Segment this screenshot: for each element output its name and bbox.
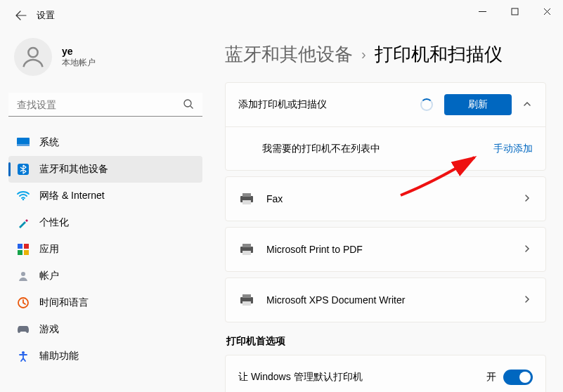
default-printer-card: 让 Windows 管理默认打印机 开 [225, 355, 546, 392]
chevron-right-icon: › [361, 46, 366, 63]
nav-label: 系统 [39, 136, 59, 149]
nav-time[interactable]: 时间和语言 [8, 289, 202, 316]
window-title: 设置 [37, 9, 55, 22]
wifi-icon [17, 190, 30, 202]
close-button[interactable] [531, 0, 563, 22]
printer-xps[interactable]: Microsoft XPS Document Writer [225, 277, 546, 322]
profile-text: ye 本地帐户 [62, 46, 96, 69]
nav-label: 辅助功能 [39, 350, 79, 362]
minimize-icon [479, 8, 486, 15]
svg-rect-16 [242, 200, 251, 204]
default-printer-toggle[interactable] [503, 370, 533, 385]
printer-icon [238, 243, 255, 256]
nav-gaming[interactable]: 游戏 [8, 316, 202, 343]
nav-personalization[interactable]: 个性化 [8, 209, 202, 236]
nav-accounts[interactable]: 帐户 [8, 263, 202, 289]
chevron-right-icon [523, 243, 533, 256]
svg-rect-18 [242, 244, 251, 247]
prefs-heading: 打印机首选项 [226, 335, 546, 348]
chevron-up-icon[interactable] [523, 98, 533, 111]
nav-system[interactable]: 系统 [8, 129, 202, 156]
svg-rect-7 [18, 244, 22, 249]
bluetooth-icon [17, 163, 30, 176]
svg-rect-15 [242, 193, 251, 197]
chevron-right-icon [523, 192, 533, 205]
printer-name: Microsoft XPS Document Writer [266, 294, 512, 306]
gaming-icon [17, 323, 30, 336]
breadcrumb: 蓝牙和其他设备 › 打印机和扫描仪 [225, 42, 546, 67]
nav-accessibility[interactable]: 辅助功能 [8, 343, 202, 370]
svg-rect-9 [18, 250, 22, 255]
search-input[interactable] [8, 93, 202, 117]
printer-icon [238, 294, 255, 306]
window-controls [466, 0, 563, 22]
back-button[interactable] [10, 4, 32, 27]
not-listed-row: 我需要的打印机不在列表中 手动添加 [226, 126, 545, 170]
svg-rect-21 [242, 294, 251, 298]
sidebar: ye 本地帐户 系统 蓝牙和其他设备 网络 & Internet 个性化 应用 … [0, 31, 211, 392]
spinner-icon [420, 98, 433, 111]
nav-label: 网络 & Internet [39, 190, 105, 202]
printer-name: Microsoft Print to PDF [266, 244, 512, 255]
refresh-button[interactable]: 刷新 [444, 94, 512, 115]
clock-icon [17, 296, 30, 309]
maximize-icon [511, 8, 519, 15]
arrow-left-icon [15, 10, 27, 21]
chevron-right-icon [523, 294, 533, 306]
not-listed-label: 我需要的打印机不在列表中 [262, 143, 482, 155]
printer-name: Fax [266, 193, 512, 204]
svg-rect-0 [512, 8, 518, 15]
printer-pdf[interactable]: Microsoft Print to PDF [225, 227, 546, 272]
default-printer-label: 让 Windows 管理默认打印机 [238, 371, 475, 384]
nav-label: 应用 [39, 243, 59, 256]
svg-rect-8 [24, 244, 29, 249]
person-icon [20, 44, 46, 70]
nav: 系统 蓝牙和其他设备 网络 & Internet 个性化 应用 帐户 时间和语言… [8, 129, 202, 370]
avatar [14, 38, 52, 76]
main: 蓝牙和其他设备 › 打印机和扫描仪 添加打印机或扫描仪 刷新 我需要的打印机不在… [211, 31, 563, 392]
add-printer-label: 添加打印机或扫描仪 [238, 98, 409, 111]
breadcrumb-current: 打印机和扫描仪 [375, 42, 503, 67]
printer-fax[interactable]: Fax [225, 176, 546, 221]
nav-label: 游戏 [39, 323, 59, 336]
svg-point-6 [22, 199, 25, 201]
svg-rect-4 [17, 144, 30, 146]
accessibility-icon [17, 350, 30, 362]
minimize-button[interactable] [466, 0, 498, 22]
brush-icon [17, 216, 30, 229]
nav-label: 时间和语言 [39, 296, 89, 309]
svg-rect-10 [24, 250, 29, 255]
system-icon [17, 136, 30, 149]
nav-apps[interactable]: 应用 [8, 236, 202, 263]
printer-icon [238, 192, 255, 205]
manual-add-link[interactable]: 手动添加 [493, 143, 533, 155]
profile-account: 本地帐户 [62, 57, 96, 69]
svg-point-11 [21, 272, 25, 276]
svg-rect-19 [242, 251, 251, 255]
profile[interactable]: ye 本地帐户 [8, 31, 202, 89]
breadcrumb-parent[interactable]: 蓝牙和其他设备 [225, 42, 353, 67]
search-icon[interactable] [183, 98, 194, 112]
maximize-button[interactable] [498, 0, 531, 22]
nav-network[interactable]: 网络 & Internet [8, 183, 202, 209]
apps-icon [17, 243, 30, 256]
profile-name: ye [62, 46, 96, 57]
nav-bluetooth[interactable]: 蓝牙和其他设备 [8, 156, 202, 183]
nav-label: 帐户 [39, 270, 59, 282]
svg-point-1 [28, 48, 37, 57]
add-printer-row: 添加打印机或扫描仪 刷新 [226, 83, 545, 126]
titlebar: 设置 [0, 0, 563, 31]
search [8, 93, 202, 117]
svg-point-2 [184, 100, 191, 107]
svg-point-13 [22, 351, 25, 354]
toggle-wrap: 开 [486, 370, 533, 385]
svg-rect-22 [242, 301, 251, 306]
account-icon [17, 270, 30, 282]
add-printer-card: 添加打印机或扫描仪 刷新 我需要的打印机不在列表中 手动添加 [225, 82, 546, 171]
nav-label: 个性化 [39, 216, 69, 229]
nav-label: 蓝牙和其他设备 [39, 163, 108, 176]
close-icon [543, 8, 551, 15]
toggle-state: 开 [486, 371, 496, 384]
